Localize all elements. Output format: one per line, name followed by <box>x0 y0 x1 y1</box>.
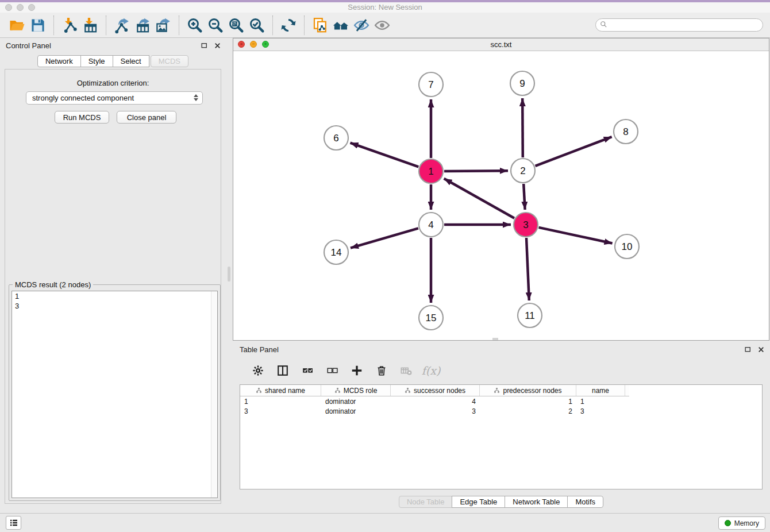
task-history-button[interactable] <box>6 516 21 530</box>
export-table-icon[interactable] <box>132 15 153 36</box>
export-network-icon[interactable] <box>111 15 132 36</box>
network-canvas[interactable]: 1234678910111415 <box>233 51 769 340</box>
graph-node-14[interactable]: 14 <box>324 240 348 264</box>
network-window: × − + scc.txt 1234678910111415 <box>233 38 769 341</box>
graph-node-11[interactable]: 11 <box>518 303 542 327</box>
graph-node-10[interactable]: 10 <box>615 234 639 259</box>
add-column-icon[interactable] <box>349 363 365 379</box>
graph-node-label: 1 <box>428 166 433 177</box>
delete-column-icon[interactable] <box>374 363 390 379</box>
mac-titlebar: Session: New Session <box>0 0 770 13</box>
session-title: Session: New Session <box>0 2 770 13</box>
column-header-successor-nodes[interactable]: successor nodes <box>391 385 480 396</box>
node-table[interactable]: shared nameMCDS rolesuccessor nodesprede… <box>240 384 763 489</box>
graph-node-2[interactable]: 2 <box>511 159 535 183</box>
graph-node-label: 15 <box>426 313 437 323</box>
close-panel-icon[interactable] <box>213 41 221 49</box>
hide-selected-icon[interactable] <box>351 15 372 36</box>
open-session-icon[interactable] <box>7 15 28 36</box>
minimize-network-icon[interactable]: − <box>250 41 257 48</box>
graph-edge-1-6[interactable] <box>351 143 419 167</box>
import-network-icon[interactable] <box>59 15 80 36</box>
app-window: Session: New Session Control Panel <box>0 0 770 532</box>
search-input[interactable] <box>608 21 759 30</box>
table-row[interactable]: 1dominator411 <box>240 396 762 406</box>
close-panel-button[interactable]: Close panel <box>117 111 176 124</box>
criterion-select[interactable]: strongly connected component <box>26 91 203 105</box>
table-cell: 1 <box>480 398 576 406</box>
import-table-icon[interactable] <box>80 15 101 36</box>
table-cell: 3 <box>240 407 321 415</box>
tab-network[interactable]: Network <box>37 55 81 67</box>
table-settings-icon[interactable] <box>250 363 266 379</box>
float-table-panel-icon[interactable] <box>744 345 752 353</box>
table-cell: 1 <box>240 398 321 406</box>
zoom-selected-icon[interactable] <box>247 15 267 36</box>
control-panel: Control Panel NetworkStyleSelectMCDS Opt… <box>0 38 226 513</box>
status-bar: Memory <box>0 513 770 532</box>
mcds-result-group: MCDS result (2 nodes) 13 <box>9 284 221 501</box>
mcds-result-list[interactable]: 13 <box>11 291 218 498</box>
zoom-fit-icon[interactable] <box>226 15 247 36</box>
main-toolbar <box>0 13 770 38</box>
graph-edge-3-11[interactable] <box>526 238 529 300</box>
graph-edge-3-1[interactable] <box>444 179 514 218</box>
run-mcds-button[interactable]: Run MCDS <box>55 111 109 124</box>
column-header-predecessor-nodes[interactable]: predecessor nodes <box>480 385 576 396</box>
graph-edge-1-2[interactable] <box>444 171 508 171</box>
canvas-resize-grip[interactable] <box>492 338 498 340</box>
unselect-all-icon[interactable] <box>324 363 340 379</box>
tab-style[interactable]: Style <box>80 55 113 67</box>
select-all-icon[interactable] <box>299 363 315 379</box>
search-box[interactable] <box>595 18 763 32</box>
graph-node-7[interactable]: 7 <box>419 72 443 97</box>
graph-edge-3-10[interactable] <box>539 228 613 244</box>
graph-edge-2-3[interactable] <box>523 184 525 210</box>
table-row[interactable]: 3dominator323 <box>240 406 762 416</box>
memory-button[interactable]: Memory <box>718 516 765 530</box>
column-header-label: shared name <box>265 387 305 395</box>
show-all-icon[interactable] <box>372 15 392 36</box>
control-panel-title: Control Panel <box>6 41 51 50</box>
close-table-panel-icon[interactable] <box>757 345 765 353</box>
float-panel-icon[interactable] <box>200 41 208 49</box>
graph-node-8[interactable]: 8 <box>614 119 638 144</box>
scrollbar-track[interactable] <box>211 291 217 498</box>
split-panel-icon[interactable] <box>275 363 291 379</box>
graph-edge-2-8[interactable] <box>536 137 612 166</box>
column-header-mcds-role[interactable]: MCDS role <box>321 385 391 396</box>
export-image-icon[interactable] <box>153 15 174 36</box>
clone-network-icon[interactable] <box>310 15 330 36</box>
save-session-icon[interactable] <box>28 15 48 36</box>
tab-edge-table[interactable]: Edge Table <box>452 496 505 508</box>
graph-node-label: 2 <box>520 165 525 176</box>
zoom-out-icon[interactable] <box>205 15 226 36</box>
memory-label: Memory <box>734 519 759 527</box>
panel-splitter[interactable] <box>226 38 233 513</box>
maximize-network-icon[interactable]: + <box>262 41 269 48</box>
tab-node-table[interactable]: Node Table <box>399 496 453 508</box>
graph-node-9[interactable]: 9 <box>510 71 534 95</box>
first-neighbors-icon[interactable] <box>330 15 351 36</box>
main-region: Control Panel NetworkStyleSelectMCDS Opt… <box>0 38 770 513</box>
zoom-in-icon[interactable] <box>184 15 205 36</box>
graph-edge-4-14[interactable] <box>351 228 418 248</box>
splitter-grip[interactable] <box>228 267 230 282</box>
column-header-name[interactable]: name <box>576 385 625 396</box>
refresh-view-icon[interactable] <box>278 15 299 36</box>
column-header-shared-name[interactable]: shared name <box>240 385 321 396</box>
tab-motifs[interactable]: Motifs <box>567 496 603 508</box>
graph-edge-2-9[interactable] <box>522 98 523 157</box>
close-network-icon[interactable]: × <box>238 41 245 48</box>
graph-node-label: 3 <box>523 219 528 230</box>
graph-node-6[interactable]: 6 <box>324 126 348 150</box>
graph-node-15[interactable]: 15 <box>419 306 443 330</box>
tab-mcds[interactable]: MCDS <box>151 55 188 67</box>
graph-node-1[interactable]: 1 <box>419 159 443 183</box>
graph[interactable]: 1234678910111415 <box>233 51 769 340</box>
control-panel-header: Control Panel <box>0 38 226 54</box>
graph-node-3[interactable]: 3 <box>514 213 538 237</box>
tab-select[interactable]: Select <box>113 55 149 67</box>
graph-node-4[interactable]: 4 <box>419 213 443 237</box>
tab-network-table[interactable]: Network Table <box>505 496 568 508</box>
